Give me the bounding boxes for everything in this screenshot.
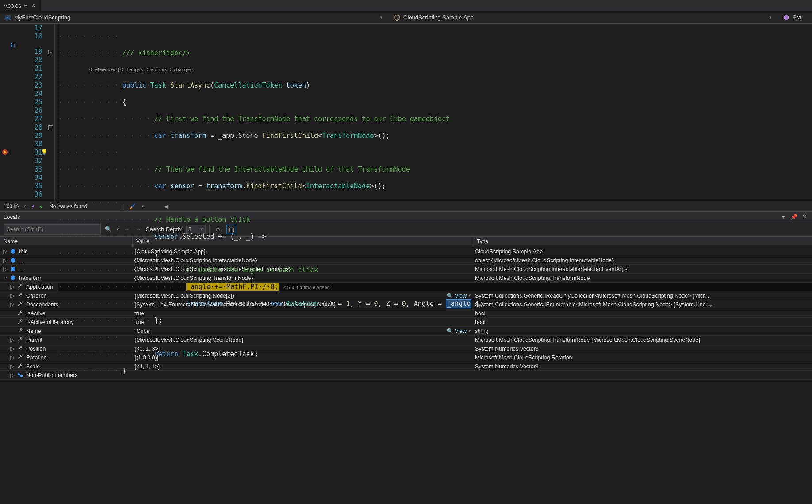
codelens-text[interactable]: 0 references | 0 changes | 0 authors, 0 … bbox=[89, 65, 192, 74]
fold-toggle[interactable]: − bbox=[48, 50, 53, 54]
variable-name: Descendants bbox=[26, 302, 58, 308]
expander-icon bbox=[10, 328, 15, 334]
wrench-icon bbox=[17, 319, 23, 325]
variable-name: Name bbox=[26, 328, 41, 334]
breadcrumb-class[interactable]: CloudScripting.Sample.App ▼ bbox=[389, 14, 778, 21]
variable-name: _ bbox=[19, 257, 22, 263]
expander-icon bbox=[10, 311, 15, 316]
code-text[interactable]: · · · · · · · · · · · · · · · · /// <inh… bbox=[58, 24, 812, 201]
expander-icon bbox=[10, 320, 15, 325]
breadcrumb-member-label: Sta bbox=[793, 14, 801, 21]
info-icon: ℹ︎↑ bbox=[11, 42, 15, 49]
tab-bar: App.cs ⊕ ✕ bbox=[0, 0, 812, 11]
copilot-icon[interactable]: ✦ bbox=[31, 203, 35, 210]
expander-icon[interactable]: ▷ bbox=[10, 337, 15, 343]
line-numbers: 17 18 19 20 21 22 23 24 25 26 27 28 29 3… bbox=[19, 24, 47, 201]
wrench-icon bbox=[17, 283, 23, 290]
wrench-icon bbox=[17, 345, 23, 352]
close-icon[interactable]: ✕ bbox=[31, 2, 37, 9]
cube-icon bbox=[10, 266, 16, 272]
fold-toggle[interactable]: − bbox=[48, 125, 53, 130]
variable-name: Scale bbox=[26, 363, 40, 370]
wrench-icon bbox=[17, 328, 23, 334]
wrench-icon bbox=[17, 301, 23, 308]
breadcrumb-project[interactable]: C# MyFirstCloudScripting ▼ bbox=[0, 14, 389, 21]
expander-icon[interactable]: ▷ bbox=[10, 364, 15, 369]
breadcrumb-project-label: MyFirstCloudScripting bbox=[14, 14, 70, 21]
variable-name: IsActive bbox=[26, 310, 46, 317]
chevron-down-icon[interactable]: ▼ bbox=[23, 204, 27, 208]
expander-icon[interactable]: ▷ bbox=[10, 302, 15, 307]
execution-pointer-icon bbox=[1, 149, 8, 157]
expander-icon[interactable]: ▷ bbox=[10, 293, 15, 298]
nav-forward-icon[interactable]: → bbox=[134, 225, 142, 233]
wrench-icon bbox=[17, 336, 23, 343]
selected-identifier: _angle bbox=[446, 299, 471, 308]
variable-name: this bbox=[19, 248, 27, 255]
info-margin: ℹ︎↑ bbox=[10, 24, 19, 201]
pin-icon[interactable]: ⊕ bbox=[24, 3, 28, 8]
cube-icon bbox=[10, 248, 16, 255]
expander-icon[interactable]: ▷ bbox=[10, 346, 15, 351]
variable-name: Position bbox=[26, 346, 46, 352]
variable-name: _ bbox=[19, 266, 22, 272]
expander-icon[interactable]: ▷ bbox=[3, 249, 8, 254]
expander-icon[interactable]: ▷ bbox=[3, 267, 8, 272]
cube-icon bbox=[10, 257, 16, 263]
wrench-icon bbox=[17, 363, 23, 370]
tab-filename: App.cs bbox=[4, 2, 21, 9]
current-statement: _angle·+=·MathF.PI·/·8; bbox=[186, 283, 279, 291]
expander-icon[interactable]: ▷ bbox=[10, 373, 15, 378]
breadcrumb-member[interactable]: Sta bbox=[778, 14, 812, 21]
breadcrumb-class-label: CloudScripting.Sample.App bbox=[403, 14, 474, 21]
cube-icon bbox=[10, 275, 16, 281]
code-editor[interactable]: ℹ︎↑ 17 18 19 20 21 22 23 24 25 26 27 28 … bbox=[0, 24, 812, 201]
cube-group-icon bbox=[17, 372, 23, 378]
zoom-level[interactable]: 100 % bbox=[4, 203, 19, 210]
variable-name: Application bbox=[26, 284, 53, 290]
variable-name: Children bbox=[26, 293, 47, 299]
wrench-icon bbox=[17, 310, 23, 317]
wrench-icon bbox=[17, 292, 23, 299]
variable-name: Parent bbox=[26, 337, 42, 343]
expander-icon[interactable]: ▷ bbox=[3, 258, 8, 263]
check-icon: ● bbox=[40, 203, 43, 210]
expander-icon[interactable]: ▷ bbox=[10, 284, 15, 290]
fold-column: − − bbox=[47, 24, 55, 201]
expander-icon[interactable]: ▿ bbox=[3, 275, 8, 281]
method-cube-icon bbox=[783, 14, 790, 21]
svg-text:C#: C# bbox=[6, 16, 11, 20]
variable-name: Rotation bbox=[26, 355, 47, 361]
xml-comment: /// <inheritdoc/> bbox=[123, 49, 191, 57]
variable-name: transform bbox=[19, 275, 42, 281]
csharp-project-icon: C# bbox=[4, 14, 11, 21]
chevron-down-icon: ▼ bbox=[769, 15, 772, 19]
wrench-icon bbox=[17, 354, 23, 361]
elapsed-time: ≤ 530,540ms elapsed bbox=[283, 285, 330, 290]
nav-back-icon[interactable]: ← bbox=[123, 225, 131, 233]
class-icon bbox=[394, 14, 401, 21]
chevron-down-icon: ▼ bbox=[379, 15, 383, 19]
file-tab[interactable]: App.cs ⊕ ✕ bbox=[0, 0, 41, 11]
margin-indicators bbox=[0, 24, 10, 201]
breadcrumb: C# MyFirstCloudScripting ▼ CloudScriptin… bbox=[0, 11, 812, 24]
expander-icon[interactable]: ▷ bbox=[10, 355, 15, 360]
